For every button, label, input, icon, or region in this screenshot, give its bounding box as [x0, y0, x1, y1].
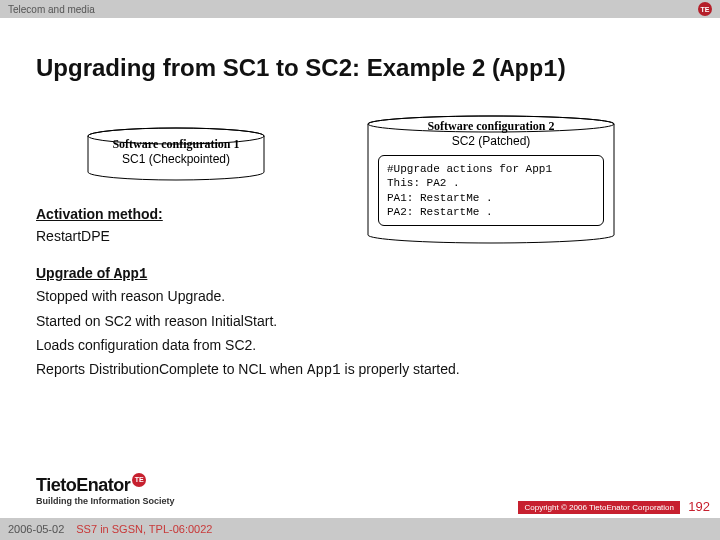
line-2: Started on SC2 with reason InitialStart. [36, 310, 684, 332]
brand-name: TietoEnator [36, 475, 130, 496]
upgrade-h-pre: Upgrade of [36, 265, 114, 281]
diagrams-area: Software configuration 1 SC1 (Checkpoint… [36, 109, 684, 259]
brand-dot-icon: TE [132, 473, 146, 487]
copyright-badge: Copyright © 2006 TietoEnator Corporation [518, 501, 680, 514]
top-bar: Telecom and media TE [0, 0, 720, 18]
cyl2-label: Software configuration 2 SC2 (Patched) [366, 119, 616, 149]
l4-post: is properly started. [341, 361, 460, 377]
cylinder-sc1: Software configuration 1 SC1 (Checkpoint… [86, 127, 266, 181]
cyl2-heading: Software configuration 2 [366, 119, 616, 134]
upgrade-heading: Upgrade of App1 [36, 262, 684, 285]
line-4: Reports DistributionComplete to NCL when… [36, 358, 684, 381]
line-3: Loads configuration data from SC2. [36, 334, 684, 356]
category-label: Telecom and media [8, 4, 95, 15]
brand-badge-icon: TE [698, 2, 712, 16]
brand-tagline: Building the Information Society [36, 496, 175, 506]
body-text-2: Upgrade of App1 Stopped with reason Upgr… [36, 262, 684, 382]
slide-content: Upgrading from SC1 to SC2: Example 2 (Ap… [0, 18, 720, 382]
line-1: Stopped with reason Upgrade. [36, 285, 684, 307]
upgrade-actions-code: #Upgrade actions for App1 This: PA2 . PA… [378, 155, 604, 226]
cyl1-heading: Software configuration 1 [86, 137, 266, 152]
cyl1-sub: SC1 (Checkpointed) [86, 152, 266, 167]
cyl2-sub: SC2 (Patched) [366, 134, 616, 149]
page-title: Upgrading from SC1 to SC2: Example 2 (Ap… [36, 54, 684, 83]
upgrade-h-app: App1 [114, 266, 148, 282]
page-number: 192 [688, 499, 710, 514]
title-prefix: Upgrading from SC1 to SC2: Example 2 ( [36, 54, 500, 81]
brand-footer: TietoEnator TE Building the Information … [36, 475, 175, 506]
title-app: App1 [500, 56, 558, 83]
bottom-bar: 2006-05-02 SS7 in SGSN, TPL-06:0022 [0, 518, 720, 540]
l4-pre: Reports DistributionComplete to NCL when [36, 361, 307, 377]
title-suffix: ) [558, 54, 566, 81]
cylinder-sc2: Software configuration 2 SC2 (Patched) #… [366, 115, 616, 245]
l4-app: App1 [307, 362, 341, 378]
cyl1-label: Software configuration 1 SC1 (Checkpoint… [86, 137, 266, 167]
footer-date: 2006-05-02 [8, 523, 64, 535]
footer-doc: SS7 in SGSN, TPL-06:0022 [76, 523, 212, 535]
